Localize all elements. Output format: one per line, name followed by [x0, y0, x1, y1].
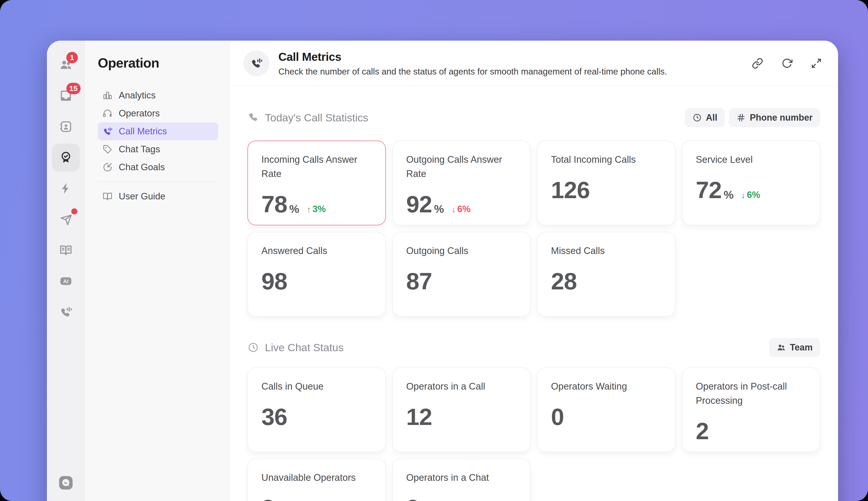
- sidebar-item-user-guide[interactable]: User Guide: [98, 188, 218, 205]
- trend-arrow-icon: ↓: [741, 191, 745, 200]
- sidebar-item-call-metrics[interactable]: Call Metrics: [98, 122, 218, 140]
- stat-card-title: Calls in Queue: [261, 380, 372, 394]
- ai-icon: AI: [59, 275, 73, 288]
- stat-card-value: 2: [406, 496, 419, 501]
- sidebar-item-label: Operators: [119, 108, 160, 119]
- stat-card-value: 0: [551, 405, 564, 429]
- section-live-chat-status: Live Chat Status Team: [248, 339, 820, 501]
- sidebar-item-label: Chat Goals: [119, 162, 165, 172]
- clock-icon: [248, 342, 259, 353]
- stat-card-unavailable-operators[interactable]: Unavailable Operators 2: [248, 459, 386, 501]
- stat-card-unit: %: [724, 189, 734, 202]
- stat-card-operators-waiting[interactable]: Operators Waiting 0: [537, 367, 676, 452]
- rail-item-campaigns[interactable]: [58, 211, 74, 227]
- sidebar-item-label: User Guide: [119, 191, 165, 202]
- rail-item-call[interactable]: [58, 304, 74, 320]
- stat-card-title: Unavailable Operators: [261, 471, 372, 485]
- rail-item-app-logo[interactable]: [58, 475, 74, 491]
- sidebar-menu: Analytics Operators: [98, 86, 218, 205]
- svg-text:AI: AI: [63, 278, 68, 285]
- stats-grid-today: Incoming Calls Answer Rate 78 % ↑ 3%: [248, 141, 820, 317]
- open-book-icon: [102, 191, 113, 202]
- stat-card-title: Total Incoming Calls: [551, 152, 661, 167]
- stat-card-calls-in-queue[interactable]: Calls in Queue 36: [248, 367, 386, 452]
- team-button-label: Team: [790, 342, 813, 353]
- icon-rail: 1 15: [47, 41, 85, 501]
- phone-wave-icon: [102, 126, 113, 137]
- stat-card-title: Operators in a Call: [406, 380, 517, 394]
- trend-value: 6%: [457, 204, 470, 214]
- team-icon: [776, 343, 786, 352]
- section-title: Today's Call Statistics: [265, 112, 368, 124]
- stat-card-answered-calls[interactable]: Answered Calls 98: [248, 232, 386, 317]
- stat-card-trend: ↑ 3%: [307, 204, 326, 216]
- page-avatar: [243, 50, 269, 76]
- stat-card-incoming-answer-rate[interactable]: Incoming Calls Answer Rate 78 % ↑ 3%: [248, 141, 386, 225]
- sidebar-item-label: Call Metrics: [119, 126, 167, 137]
- stat-card-value: 2: [696, 419, 709, 443]
- stat-card-outgoing-calls[interactable]: Outgoing Calls 87: [393, 232, 531, 317]
- operation-sidebar: Operation Analytics Oper: [85, 41, 229, 501]
- rail-item-operation[interactable]: [58, 150, 74, 166]
- screen-background: 1 15: [0, 0, 868, 501]
- stat-card-value: 2: [261, 496, 274, 501]
- stat-card-total-incoming[interactable]: Total Incoming Calls 126: [537, 141, 676, 225]
- sidebar-item-chat-goals[interactable]: Chat Goals: [98, 158, 218, 176]
- filter-all-label: All: [706, 113, 717, 123]
- tag-icon: [102, 144, 113, 154]
- header-actions: [752, 57, 822, 69]
- stat-card-outgoing-answer-rate[interactable]: Outgoing Calls Answer Rate 92 % ↓ 6%: [393, 141, 531, 225]
- stat-card-title: Outgoing Calls: [406, 244, 517, 258]
- stat-card-title: Missed Calls: [551, 244, 661, 258]
- rail-item-inbox[interactable]: 15: [58, 88, 74, 104]
- sidebar-item-operators[interactable]: Operators: [98, 105, 218, 122]
- sidebar-item-label: Analytics: [119, 90, 156, 101]
- stat-card-value: 87: [406, 269, 432, 293]
- stat-card-operators-post-call[interactable]: Operators in Post-call Processing 2: [682, 367, 820, 452]
- rail-item-knowledge[interactable]: [58, 242, 74, 258]
- hash-icon: [736, 113, 746, 122]
- stat-card-title: Answered Calls: [261, 244, 372, 258]
- stat-card-title: Operators Waiting: [551, 380, 661, 394]
- sidebar-item-analytics[interactable]: Analytics: [98, 86, 218, 105]
- team-button[interactable]: Team: [769, 338, 820, 357]
- stat-card-missed-calls[interactable]: Missed Calls 28: [537, 232, 676, 317]
- goal-icon: [102, 162, 113, 172]
- stat-card-operators-in-call[interactable]: Operators in a Call 12: [393, 367, 531, 452]
- trend-arrow-icon: ↑: [307, 205, 311, 214]
- stat-card-title: Outgoing Calls Answer Rate: [406, 152, 517, 181]
- contacts-icon: [59, 120, 73, 134]
- stat-card-unit: %: [289, 203, 299, 216]
- filter-all-button[interactable]: All: [685, 108, 725, 127]
- trend-value: 3%: [313, 204, 326, 214]
- stats-grid-live: Calls in Queue 36 Operators in a Call 12: [248, 367, 820, 501]
- trend-value: 6%: [747, 190, 760, 200]
- headset-icon: [102, 108, 113, 119]
- phone-wave-icon: [59, 305, 73, 319]
- stat-card-value: 98: [261, 269, 287, 293]
- menu-divider: [98, 182, 218, 182]
- link-icon[interactable]: [752, 57, 763, 69]
- stat-card-service-level[interactable]: Service Level 72 % ↓ 6%: [682, 141, 820, 225]
- stat-card-unit: %: [434, 203, 444, 216]
- filter-phone-number-button[interactable]: Phone number: [729, 108, 820, 127]
- stat-card-title: Operators in Post-call Processing: [696, 380, 806, 408]
- rail-item-customers[interactable]: [58, 119, 74, 135]
- stat-card-trend: ↓ 6%: [741, 190, 760, 202]
- notification-dot: [71, 209, 77, 214]
- expand-icon[interactable]: [811, 57, 822, 69]
- stat-card-value: 28: [551, 269, 577, 293]
- bar-chart-icon: [102, 90, 113, 101]
- sidebar-item-label: Chat Tags: [119, 144, 160, 154]
- app-logo-icon: [59, 476, 73, 490]
- unread-badge: 1: [66, 52, 78, 63]
- sidebar-item-chat-tags[interactable]: Chat Tags: [98, 140, 218, 158]
- rail-item-automation[interactable]: [58, 180, 74, 196]
- rail-item-ai[interactable]: AI: [58, 273, 74, 289]
- sidebar-title: Operation: [98, 55, 218, 71]
- section-title: Live Chat Status: [265, 341, 344, 354]
- stat-card-operators-in-chat[interactable]: Operators in a Chat 2: [393, 459, 531, 501]
- refresh-icon[interactable]: [781, 57, 793, 69]
- clock-icon: [692, 113, 702, 122]
- rail-item-contacts-users[interactable]: 1: [58, 57, 74, 73]
